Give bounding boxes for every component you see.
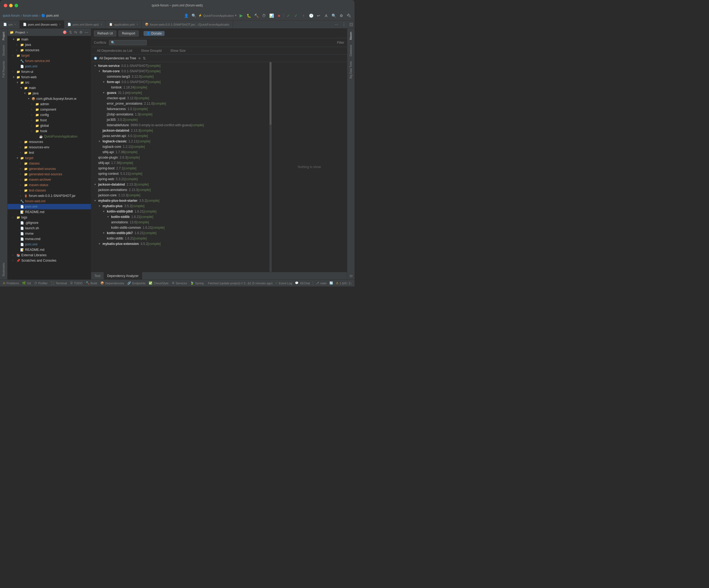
panel-dropdown-icon[interactable]: ▾ (27, 31, 28, 34)
git-sync-item[interactable]: 🔄 (330, 281, 333, 285)
git-rollback-icon[interactable]: ↩ (316, 13, 322, 19)
sidebar-item-project[interactable]: Project (1, 30, 6, 42)
expand-icon[interactable]: ⇅ (69, 30, 73, 34)
warning-count-item[interactable]: ⚠ 1 Δ/0↑ 2↓ (336, 281, 352, 285)
tree-item-pom-selected[interactable]: 📄 pom.xml (7, 204, 91, 209)
dep-item[interactable]: j2objc-annotations : 1.3 [compile] (94, 112, 266, 117)
settings-icon[interactable]: ⚙ (338, 13, 344, 19)
dep-item[interactable]: checker-qual : 3.12.0 [compile] (94, 96, 266, 101)
dep-item[interactable]: jackson-core : 2.13.3 [compile] (94, 193, 266, 198)
dep-item[interactable]: ▼ form-api : 0.0.1-SNAPSHOT [compile] (94, 79, 266, 85)
sidebar-item-d[interactable]: D (348, 273, 354, 279)
sidebar-item-database[interactable]: Database (348, 43, 353, 58)
dep-tree-scrollbar[interactable] (269, 62, 271, 272)
app-selector[interactable]: ⚡ QuickForumApplication ▾ (198, 14, 237, 17)
services-item[interactable]: ⚙ Services (172, 281, 187, 285)
dep-item[interactable]: ▼ forum-core : 0.0.1-SNAPSHOT [compile] (94, 69, 266, 74)
dep-item[interactable]: ▼ jackson-databind : 2.13.3 [compile] (94, 182, 266, 187)
radio-button[interactable] (94, 57, 97, 60)
sidebar-item-maven[interactable]: Maven (348, 30, 353, 42)
tab-application-yml[interactable]: 📋 application.yml × (106, 21, 142, 29)
search-everywhere-icon[interactable]: 🔍 (191, 13, 197, 19)
dep-item[interactable]: ▼ kotlin-stdlib : 1.6.21 [compile] (94, 214, 266, 219)
endpoints-item[interactable]: 🔗 Endpoints (127, 281, 146, 285)
stop-button[interactable]: ■ (276, 13, 282, 19)
dep-item[interactable]: failureaccess : 1.0.1 [compile] (94, 106, 266, 112)
tree-item-resources2[interactable]: › 📁 resources (7, 139, 91, 144)
dep-item[interactable]: slf4j-api : 1.7.36 [compile] (94, 150, 266, 155)
more-icon[interactable]: — (84, 30, 89, 34)
show-group-id-button[interactable]: Show GroupId (138, 48, 164, 53)
git-status-icon[interactable]: ✓ (285, 13, 291, 19)
build-item[interactable]: 🔨 Build (86, 281, 97, 285)
tree-item-quick-forum-app[interactable]: ☕ QuickForumApplication (7, 134, 91, 139)
tab-close-icon[interactable]: × (101, 23, 102, 26)
sidebar-item-pull-requests[interactable]: Pull Requests (1, 59, 6, 80)
tree-item-component[interactable]: › 📁 component (7, 107, 91, 112)
tree-item-target[interactable]: › 📁 target (7, 53, 91, 58)
minimize-button[interactable] (9, 4, 13, 7)
dep-item[interactable]: ▼ mybatis-plus : 3.5.2 [compile] (94, 204, 266, 209)
tab-jar[interactable]: 📦 forum-web-0.0.1-SNAPSHOT.jar/.../Quick… (142, 21, 233, 29)
tree-item-maven-archiver[interactable]: › 📁 maven-archiver (7, 177, 91, 182)
checkstyle-item[interactable]: ✅ CheckStyle (149, 281, 168, 285)
tree-item-launch-sh[interactable]: 📄 launch.sh (7, 225, 91, 231)
dep-item[interactable]: spring-boot : 2.7.1 [compile] (94, 166, 266, 171)
tab-split-icon[interactable]: ⊡ (348, 21, 354, 29)
dep-item[interactable]: annotations : 13.0 [compile] (94, 219, 266, 225)
tree-item-forum-ui[interactable]: › 📁 forum-ui (7, 69, 91, 75)
tree-item-readme[interactable]: 📝 README.md (7, 209, 91, 215)
dep-item[interactable]: slf4j-api : 1.7.36 [compile] (94, 160, 266, 166)
tab-close-icon[interactable]: × (136, 23, 138, 26)
terminal-item[interactable]: ⬛ Terminal (51, 281, 67, 285)
tree-item-jar[interactable]: › 🏺 forum-web-0.0.1-SNAPSHOT.jar (7, 193, 91, 198)
tab-options-icon[interactable]: ⋮ (340, 21, 348, 29)
tree-item-logs[interactable]: › 📁 logs (7, 215, 91, 220)
dep-item[interactable]: kotlin-stdlib : 1.6.21 [compile] (94, 236, 266, 241)
tree-item-classes[interactable]: › 📁 classes (7, 161, 91, 166)
tree-item-front[interactable]: › 📁 front (7, 117, 91, 123)
tree-item-test-classes[interactable]: › 📁 test-classes (7, 188, 91, 193)
git-check-icon[interactable]: ✓ (293, 13, 299, 19)
tree-item-pom1[interactable]: 📄 pom.xml (7, 64, 91, 69)
dep-item[interactable]: qrcode-plugin : 2.6.3 [compile] (94, 155, 266, 160)
tab-close-icon[interactable]: × (59, 23, 61, 26)
sidebar-item-bookmarks[interactable]: Bookmarks (1, 261, 6, 278)
search-icon[interactable]: 🔍 (331, 13, 337, 19)
tree-item-forum-service-iml[interactable]: 🔧 forum-service.iml (7, 58, 91, 64)
spring-item[interactable]: 🍃 Spring (190, 281, 204, 285)
dep-item[interactable]: logback-core : 1.2.11 [compile] (94, 144, 266, 150)
profiler-item[interactable]: ⏱ Profiler (34, 282, 48, 285)
tree-item-scratches[interactable]: › 📌 Scratches and Consoles (7, 258, 91, 263)
tab-text[interactable]: Text (91, 272, 104, 280)
todo-item[interactable]: ☰ TODO (70, 281, 83, 285)
coverage-button[interactable]: 📊 (268, 13, 274, 19)
show-size-button[interactable]: Show Size (167, 48, 189, 53)
dep-item[interactable]: jackson-databind : 2.13.3 [compile] (94, 128, 266, 133)
dep-item[interactable]: ▼ kotlin-stdlib-jdk8 : 1.6.21 [compile] (94, 209, 266, 214)
dep-tree[interactable]: ▼ forum-service : 0.0.1-SNAPSHOT [compil… (91, 62, 269, 272)
dep-item[interactable]: lombok : 1.18.24 [compile] (94, 85, 266, 90)
dep-item[interactable]: ▼ mybatis-plus-boot-starter : 3.5.2 [com… (94, 198, 266, 204)
tree-item-generated-sources[interactable]: › 📁 generated-sources (7, 166, 91, 171)
donate-button[interactable]: 👤 Donate (143, 31, 164, 36)
tree-item-maven-status[interactable]: › 📁 maven-status (7, 182, 91, 188)
tab-pom-forum-web[interactable]: 📄 pom.xml (forum-web) × (20, 21, 64, 29)
tree-item-generated-test-sources[interactable]: › 📁 generated-test-sources (7, 171, 91, 177)
refresh-ui-button[interactable]: Refresh UI (94, 30, 116, 36)
tree-item-readme-root[interactable]: 📝 README.md (7, 247, 91, 252)
tree-item-mvnw-cmd[interactable]: 📄 mvnw.cmd (7, 236, 91, 242)
dep-item[interactable]: spring-context : 5.3.21 [compile] (94, 171, 266, 177)
git-history-icon[interactable]: 🕐 (308, 13, 314, 19)
profile-button[interactable]: ⏱ (261, 13, 267, 19)
breadcrumb-item-2[interactable]: forum-web (23, 14, 38, 18)
reimport-button[interactable]: Reimport (119, 30, 139, 36)
tree-item-gitignore[interactable]: 📄 .gitignore (7, 220, 91, 225)
dep-item[interactable]: commons-lang3 : 3.12.0 [compile] (94, 74, 266, 79)
tab-more-button[interactable]: ⋯ (333, 23, 340, 26)
dep-item[interactable]: ▼ kotlin-stdlib-jdk7 : 1.6.21 [compile] (94, 230, 266, 236)
xechat-item[interactable]: 💬 XEChat (295, 281, 310, 285)
close-button[interactable] (4, 4, 7, 7)
collapse-icon[interactable]: ⇆ (74, 30, 78, 34)
tree-item-resources[interactable]: › 📁 resources (7, 48, 91, 53)
